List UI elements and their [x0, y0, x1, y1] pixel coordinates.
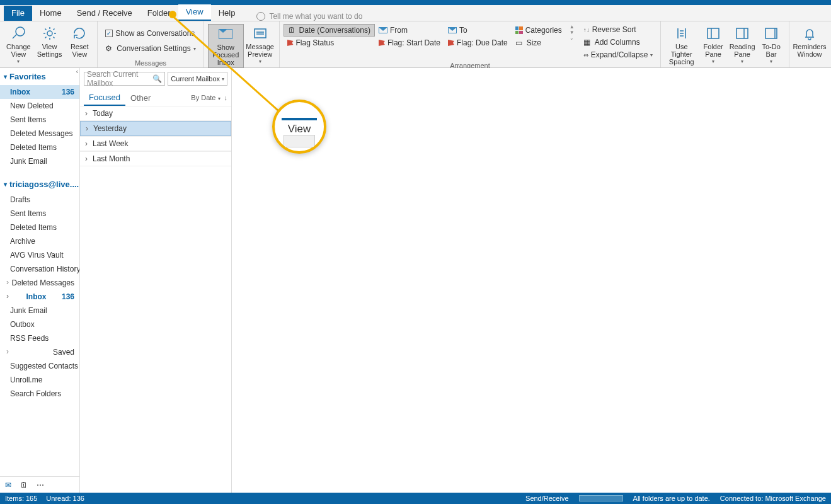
date-group-last-week[interactable]: Last Week — [80, 136, 231, 151]
arrange-flag-due-button[interactable]: Flag: Due Date — [444, 37, 512, 49]
ribbon: Change View▾ View Settings Reset View Cu… — [0, 21, 831, 68]
nav-item-sent-items[interactable]: Sent Items — [0, 207, 79, 220]
nav-item-avg-virus-vault[interactable]: AVG Virus Vault — [0, 248, 79, 262]
date-group-today[interactable]: Today — [80, 106, 231, 121]
change-view-label: Change View — [6, 43, 31, 58]
gallery-more-button[interactable]: ⌄ — [570, 35, 575, 41]
calendar-icon: 🗓 — [288, 26, 297, 35]
flag-icon — [379, 40, 385, 46]
nav-item-rss-feeds[interactable]: RSS Feeds — [0, 331, 79, 345]
reading-pane-button[interactable]: Reading Pane▾ — [728, 24, 756, 66]
favorites-header[interactable]: ▾ Favorites — [0, 68, 79, 85]
add-columns-button[interactable]: ▦Add Columns — [580, 37, 657, 48]
callout-label: View — [288, 123, 311, 135]
arrange-from-button[interactable]: From — [375, 24, 444, 37]
nav-item-inbox[interactable]: Inbox136 — [0, 85, 79, 99]
reminders-window-button[interactable]: Reminders Window — [793, 24, 826, 59]
focused-inbox-icon — [217, 26, 234, 42]
nav-item-unroll.me[interactable]: Unroll.me — [0, 373, 79, 387]
other-tab[interactable]: Other — [125, 91, 156, 105]
tell-me-search[interactable]: Tell me what you want to do — [256, 12, 362, 21]
reset-view-label: Reset View — [68, 43, 91, 58]
nav-item-suggested-contacts[interactable]: Suggested Contacts — [0, 359, 79, 373]
nav-item-new-deleted[interactable]: New Deleted — [0, 99, 79, 113]
arrange-flag-status-button[interactable]: Flag Status — [284, 37, 375, 49]
change-view-icon — [10, 25, 26, 42]
open-new-window-button[interactable]: Open in New Window — [827, 24, 831, 67]
main-area: ‹ ▾ Favorites Inbox136New DeletedSent It… — [0, 68, 831, 493]
ribbon-tabs: File Home Send / Receive Folder View Hel… — [0, 5, 831, 21]
group-window: Reminders Window Open in New Window Clos… — [789, 21, 831, 67]
nav-item-outbox[interactable]: Outbox — [0, 318, 79, 331]
size-icon: ▭ — [515, 38, 524, 47]
calendar-icon[interactable]: 🗓 — [20, 481, 28, 490]
folder-pane: ‹ ▾ Favorites Inbox136New DeletedSent It… — [0, 68, 80, 493]
conversation-settings-button[interactable]: ⚙ Conversation Settings ▾ — [101, 43, 199, 54]
nav-item-sent-items[interactable]: Sent Items — [0, 113, 79, 127]
more-icon[interactable]: ⋯ — [37, 481, 44, 490]
date-group-yesterday[interactable]: Yesterday — [80, 121, 231, 136]
title-bar — [0, 0, 831, 5]
group-current-view: Change View▾ View Settings Reset View Cu… — [0, 21, 98, 67]
bulb-icon — [256, 12, 265, 21]
date-group-last-month[interactable]: Last Month — [80, 151, 231, 166]
nav-bottom-bar: ✉ 🗓 ⋯ — [0, 476, 79, 493]
nav-item-deleted-messages[interactable]: Deleted Messages — [0, 276, 79, 290]
tab-send-receive[interactable]: Send / Receive — [69, 6, 140, 21]
search-input[interactable]: Search Current Mailbox 🔍 — [84, 72, 165, 86]
nav-item-inbox[interactable]: Inbox136 — [0, 290, 79, 304]
nav-item-junk-email[interactable]: Junk Email — [0, 304, 79, 318]
nav-item-conversation-history[interactable]: Conversation History — [0, 262, 79, 276]
arrange-flag-start-button[interactable]: Flag: Start Date — [375, 37, 444, 49]
envelope-icon — [379, 27, 387, 33]
status-bar: Items: 165 Unread: 136 Send/Receive All … — [0, 493, 831, 504]
reset-view-button[interactable]: Reset View — [66, 24, 93, 59]
nav-item-archive[interactable]: Archive — [0, 234, 79, 248]
account-header[interactable]: ▾ triciagoss@live.... — [0, 176, 79, 193]
nav-item-saved[interactable]: Saved — [0, 345, 79, 359]
svg-rect-5 — [708, 28, 719, 38]
show-focused-inbox-button[interactable]: Show Focused Inbox — [208, 24, 244, 68]
reverse-sort-button[interactable]: ↑↓Reverse Sort — [580, 24, 657, 35]
send-receive-progress — [579, 495, 623, 501]
change-view-button[interactable]: Change View▾ — [4, 24, 33, 66]
tab-view[interactable]: View — [178, 4, 211, 21]
nav-item-deleted-items[interactable]: Deleted Items — [0, 220, 79, 234]
sort-direction-button[interactable]: ↓ — [224, 94, 228, 101]
todo-bar-button[interactable]: To-Do Bar▾ — [757, 24, 785, 66]
expand-collapse-button[interactable]: ⇔Expand/Collapse▾ — [580, 49, 657, 60]
focused-tab[interactable]: Focused — [84, 90, 125, 106]
group-arrangement: 🗓Date (Conversations) From To Categories… — [280, 21, 662, 67]
gallery-up-button[interactable]: ▲ — [570, 24, 575, 30]
folder-pane-button[interactable]: Folder Pane▾ — [699, 24, 727, 66]
nav-item-junk-email[interactable]: Junk Email — [0, 154, 79, 168]
nav-item-drafts[interactable]: Drafts — [0, 193, 79, 207]
todo-bar-icon — [763, 25, 779, 42]
view-settings-label: View Settings — [37, 43, 62, 58]
reset-view-icon — [71, 25, 88, 42]
svg-rect-7 — [736, 28, 748, 38]
tab-file[interactable]: File — [4, 6, 32, 21]
search-placeholder: Search Current Mailbox — [87, 70, 152, 88]
search-scope-dropdown[interactable]: Current Mailbox ▾ — [168, 72, 227, 86]
sort-by-date-button[interactable]: By Date ▾ — [191, 94, 220, 101]
view-settings-button[interactable]: View Settings — [35, 24, 65, 59]
arrange-to-button[interactable]: To — [444, 24, 512, 37]
tighter-spacing-button[interactable]: Use Tighter Spacing — [665, 24, 698, 67]
nav-item-deleted-messages[interactable]: Deleted Messages — [0, 127, 79, 140]
message-preview-button[interactable]: Message Preview▾ — [245, 24, 275, 66]
view-tab-callout: View — [272, 100, 326, 154]
nav-item-deleted-items[interactable]: Deleted Items — [0, 140, 79, 154]
tab-help[interactable]: Help — [211, 6, 243, 21]
mail-icon[interactable]: ✉ — [5, 481, 11, 490]
status-connected: Connected to: Microsoft Exchange — [720, 495, 826, 502]
gallery-down-button[interactable]: ▼ — [570, 30, 575, 35]
arrange-categories-button[interactable]: Categories — [512, 24, 566, 37]
tab-home[interactable]: Home — [32, 6, 69, 21]
show-as-conversations-check[interactable]: ✓ Show as Conversations — [101, 28, 198, 39]
collapse-nav-button[interactable]: ‹ — [76, 68, 78, 75]
arrange-date-button[interactable]: 🗓Date (Conversations) — [284, 24, 375, 37]
arrange-size-button[interactable]: ▭Size — [512, 37, 566, 49]
status-unread: Unread: 136 — [46, 495, 84, 502]
nav-item-search-folders[interactable]: Search Folders — [0, 387, 79, 401]
